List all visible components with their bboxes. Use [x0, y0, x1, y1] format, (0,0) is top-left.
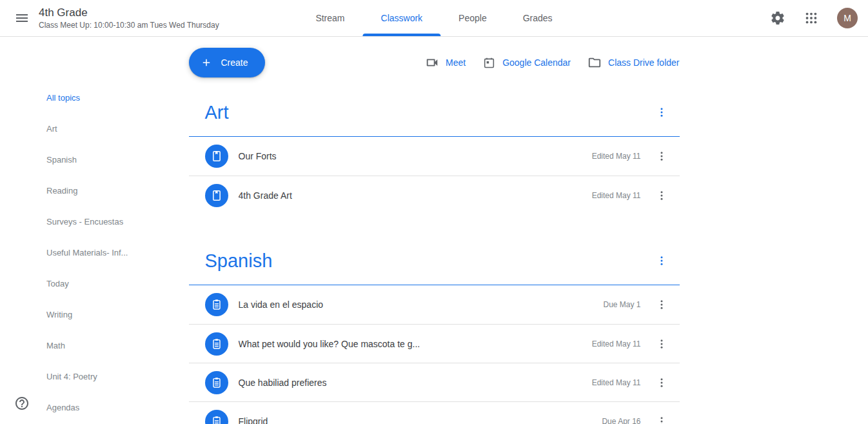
class-subtitle: Class Meet Up: 10:00-10:30 am Tues Wed T…	[39, 21, 219, 30]
tab-grades[interactable]: Grades	[505, 0, 571, 36]
topic-more-options-button[interactable]	[649, 248, 675, 274]
tab-classwork[interactable]: Classwork	[363, 0, 441, 36]
tab-stream[interactable]: Stream	[297, 0, 362, 36]
create-button-label: Create	[221, 57, 248, 68]
help-button[interactable]	[14, 396, 30, 411]
meet-link[interactable]: Meet	[425, 56, 466, 70]
header-actions: M	[764, 4, 858, 32]
topic-title: Art	[205, 102, 229, 123]
sidebar-item-art[interactable]: Art	[0, 113, 155, 144]
classwork-item-la-vida[interactable]: La vida en el espacio Due May 1	[189, 285, 680, 324]
classwork-item-title: La vida en el espacio	[239, 299, 604, 310]
sidebar-item-reading[interactable]: Reading	[0, 175, 155, 206]
classwork-item-meta: Edited May 11	[592, 378, 641, 387]
topic-header: Art	[189, 99, 680, 125]
calendar-icon	[482, 56, 496, 70]
google-apps-button[interactable]	[797, 4, 825, 32]
account-avatar[interactable]: M	[837, 8, 858, 28]
topic-section-art: Art Our Forts Edited May 11	[189, 99, 680, 214]
class-title: 4th Grade	[39, 6, 219, 19]
classwork-item-title: What pet would you like? Que mascota te …	[239, 339, 592, 349]
item-more-options-button[interactable]	[649, 292, 675, 318]
classwork-item-flipgrid[interactable]: Flipgrid Due Apr 16	[189, 401, 680, 424]
classwork-item-meta: Due Apr 16	[602, 417, 640, 424]
classwork-item-title: 4th Grade Art	[239, 190, 592, 201]
item-more-options-button[interactable]	[649, 409, 675, 424]
quick-links: Meet Google Calendar Class Drive folder	[425, 56, 679, 70]
meet-camera-icon	[425, 56, 439, 70]
material-book-icon	[205, 145, 228, 168]
folder-icon	[587, 56, 602, 70]
assignment-icon	[205, 332, 228, 356]
assignment-icon	[205, 293, 228, 316]
more-vert-icon	[656, 416, 667, 424]
topic-more-options-button[interactable]	[649, 99, 675, 125]
hamburger-menu-icon	[14, 10, 30, 26]
classwork-item-title: Que habiliad prefieres	[239, 378, 592, 388]
more-vert-icon	[656, 255, 667, 267]
topics-sidebar: All topics Art Spanish Reading Surveys -…	[0, 37, 155, 423]
assignment-icon	[205, 410, 228, 424]
item-more-options-button[interactable]	[649, 143, 675, 169]
google-calendar-link-label: Google Calendar	[502, 57, 571, 68]
more-vert-icon	[656, 299, 667, 310]
main-tabs: Stream Classwork People Grades	[297, 0, 570, 36]
classwork-toolbar: Create Meet Google Calendar	[189, 48, 680, 77]
topic-title: Spanish	[205, 250, 273, 272]
classwork-item-meta: Edited May 11	[592, 152, 641, 161]
class-title-block[interactable]: 4th Grade Class Meet Up: 10:00-10:30 am …	[39, 6, 219, 30]
more-vert-icon	[656, 338, 667, 350]
classwork-item-que-habiliad[interactable]: Que habiliad prefieres Edited May 11	[189, 363, 680, 401]
sidebar-item-spanish[interactable]: Spanish	[0, 144, 155, 175]
more-vert-icon	[656, 150, 667, 162]
plus-icon	[201, 57, 212, 68]
app-header: 4th Grade Class Meet Up: 10:00-10:30 am …	[0, 0, 868, 37]
create-button[interactable]: Create	[189, 48, 265, 77]
sidebar-item-math[interactable]: Math	[0, 330, 155, 361]
classwork-item-title: Flipgrid	[239, 416, 602, 424]
classwork-item-meta: Due May 1	[603, 300, 640, 309]
topic-section-spanish: Spanish La vida en el espacio Due May 1	[189, 248, 680, 424]
meet-link-label: Meet	[446, 57, 466, 68]
google-calendar-link[interactable]: Google Calendar	[482, 56, 571, 70]
class-drive-folder-link[interactable]: Class Drive folder	[587, 56, 679, 70]
help-icon	[14, 396, 30, 411]
sidebar-item-useful-materials[interactable]: Useful Materials- Inf...	[0, 237, 155, 268]
sidebar-item-surveys[interactable]: Surveys - Encuestas	[0, 206, 155, 237]
classwork-item-4th-grade-art[interactable]: 4th Grade Art Edited May 11	[189, 176, 680, 214]
sidebar-item-unit4-poetry[interactable]: Unit 4: Poetry	[0, 361, 155, 392]
sidebar-item-today[interactable]: Today	[0, 268, 155, 299]
more-vert-icon	[656, 377, 667, 389]
tab-people[interactable]: People	[440, 0, 505, 36]
class-drive-folder-link-label: Class Drive folder	[608, 57, 679, 68]
classwork-item-our-forts[interactable]: Our Forts Edited May 11	[189, 137, 680, 176]
apps-grid-icon	[804, 11, 818, 25]
more-vert-icon	[656, 106, 667, 118]
item-more-options-button[interactable]	[649, 331, 675, 357]
settings-button[interactable]	[764, 4, 792, 32]
classwork-item-meta: Edited May 11	[592, 191, 641, 200]
topic-header: Spanish	[189, 248, 680, 274]
sidebar-item-writing[interactable]: Writing	[0, 299, 155, 330]
classwork-item-title: Our Forts	[239, 151, 592, 161]
classwork-main: Create Meet Google Calendar	[189, 37, 680, 424]
gear-icon	[770, 10, 785, 26]
classwork-item-what-pet[interactable]: What pet would you like? Que mascota te …	[189, 324, 680, 363]
material-book-icon	[205, 184, 228, 207]
assignment-icon	[205, 371, 228, 394]
sidebar-item-all-topics[interactable]: All topics	[0, 82, 155, 113]
item-more-options-button[interactable]	[649, 183, 675, 208]
item-more-options-button[interactable]	[649, 370, 675, 396]
more-vert-icon	[656, 190, 667, 201]
main-menu-button[interactable]	[8, 4, 36, 32]
classwork-item-meta: Edited May 11	[592, 339, 641, 348]
